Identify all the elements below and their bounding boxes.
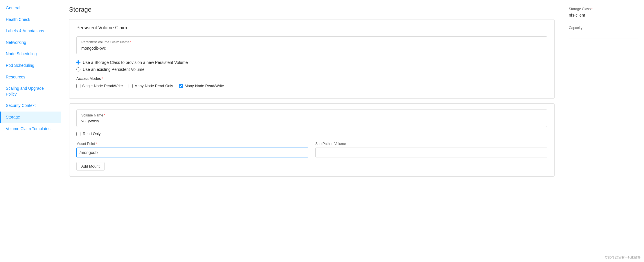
access-mode-single-node-input[interactable] [76,84,80,88]
sidebar-item-security-context[interactable]: Security Context [0,100,61,112]
radio-new-pv-input[interactable] [76,60,80,64]
mount-point-label: Mount Point* [76,142,308,146]
sidebar-item-label: Storage [6,115,20,119]
pvc-name-box: Persistent Volume Claim Name* mongodb-pv… [76,36,547,54]
radio-existing-pv-input[interactable] [76,67,80,71]
radio-group: Use a Storage Class to provision a new P… [76,60,547,72]
sidebar-item-node-scheduling[interactable]: Node Scheduling [0,48,61,60]
sidebar-item-networking[interactable]: Networking [0,37,61,49]
sidebar: General Health Check Labels & Annotation… [0,0,61,262]
sidebar-item-label: General [6,6,20,10]
sidebar-item-label: Pod Scheduling [6,63,34,68]
pvc-card-title: Persistent Volume Claim [76,25,547,30]
radio-option-new-pv[interactable]: Use a Storage Class to provision a new P… [76,60,547,65]
watermark: CSDN @我有一只肥螃蟹 [605,255,641,260]
radio-existing-pv-label: Use an existing Persistent Volume [83,67,144,72]
right-panel: Storage Class* nfs-client Capacity [563,0,644,262]
mount-point-input[interactable] [76,148,308,157]
sidebar-item-health-check[interactable]: Health Check [0,14,61,26]
capacity-label: Capacity [569,26,638,30]
content-wrapper: Storage Persistent Volume Claim Persiste… [61,0,644,262]
sub-path-input[interactable] [315,148,547,157]
read-only-checkbox[interactable] [76,132,80,136]
sub-path-field: Sub Path in Volume [315,142,547,157]
add-mount-button[interactable]: Add Mount [76,162,105,171]
access-mode-many-node-read-write-label: Many-Node Read/Write [185,84,224,88]
sidebar-item-label: Node Scheduling [6,51,37,56]
sidebar-item-labels-annotations[interactable]: Labels & Annotations [0,25,61,37]
page-title: Storage [69,6,555,13]
sidebar-item-label: Volume Claim Templates [6,126,51,131]
sidebar-item-resources[interactable]: Resources [0,71,61,83]
storage-class-label: Storage Class* [569,7,638,11]
volume-name-box: Volume Name* vol-ywnsy [76,110,547,127]
access-mode-many-node-read-write-input[interactable] [179,84,183,88]
access-mode-single-node-label: Single-Node Read/Write [82,84,123,88]
access-modes-options: Single-Node Read/Write Many-Node Read-On… [76,84,547,88]
access-modes-section: Access Modes* Single-Node Read/Write Man… [76,76,547,88]
radio-new-pv-label: Use a Storage Class to provision a new P… [83,60,188,65]
pvc-name-value: mongodb-pvc [81,46,542,51]
sidebar-item-label: Security Context [6,103,36,108]
sidebar-item-scaling-upgrade-policy[interactable]: Scaling and Upgrade Policy [0,83,61,100]
sidebar-item-general[interactable]: General [0,2,61,14]
main-area: Storage Persistent Volume Claim Persiste… [61,0,563,262]
mount-point-field: Mount Point* [76,142,308,157]
read-only-label: Read Only [83,132,100,136]
access-mode-many-node-read-only[interactable]: Many-Node Read-Only [129,84,173,88]
radio-option-existing-pv[interactable]: Use an existing Persistent Volume [76,67,547,72]
sidebar-item-storage[interactable]: Storage [0,112,61,123]
sidebar-item-label: Resources [6,75,25,79]
storage-class-group: Storage Class* nfs-client [569,7,638,20]
access-mode-many-node-read-write[interactable]: Many-Node Read/Write [179,84,224,88]
storage-class-value: nfs-client [569,13,638,20]
sidebar-item-volume-claim-templates[interactable]: Volume Claim Templates [0,123,61,135]
access-mode-many-node-read-only-input[interactable] [129,84,133,88]
capacity-input[interactable] [569,32,638,39]
volume-name-value: vol-ywnsy [81,119,542,123]
sidebar-item-label: Networking [6,40,26,45]
volume-name-label: Volume Name* [81,113,542,117]
sidebar-item-pod-scheduling[interactable]: Pod Scheduling [0,60,61,71]
read-only-section: Read Only [76,132,547,136]
sidebar-item-label: Labels & Annotations [6,28,44,33]
access-mode-many-node-read-only-label: Many-Node Read-Only [134,84,173,88]
access-mode-single-node[interactable]: Single-Node Read/Write [76,84,123,88]
pvc-card: Persistent Volume Claim Persistent Volum… [69,19,555,99]
sub-path-label: Sub Path in Volume [315,142,547,146]
pvc-name-label: Persistent Volume Claim Name* [81,40,542,44]
mount-section: Mount Point* Sub Path in Volume [76,142,547,157]
volume-card: Volume Name* vol-ywnsy Read Only Mount P… [69,103,555,177]
capacity-group: Capacity [569,26,638,39]
access-modes-label: Access Modes* [76,76,547,81]
sidebar-item-label: Scaling and Upgrade Policy [6,86,44,96]
sidebar-item-label: Health Check [6,17,30,22]
